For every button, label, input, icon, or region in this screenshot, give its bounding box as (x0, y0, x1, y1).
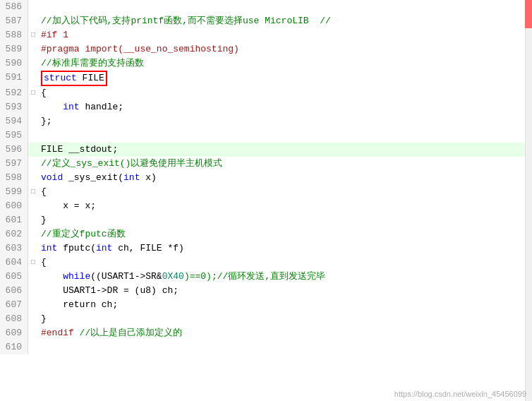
code-line: 592□{ (0, 86, 532, 100)
code-text: int fputc(int ch, FILE *f) (38, 241, 532, 256)
code-token: //重定义fputc函数 (41, 229, 126, 239)
code-text: x = x; (38, 199, 532, 213)
code-text: }; (38, 114, 532, 128)
fold-button (28, 71, 38, 86)
code-token: _sys_exit( (63, 172, 123, 183)
code-line: 588□#if 1 (0, 28, 532, 42)
code-token: int (96, 243, 112, 253)
fold-button (28, 284, 38, 298)
code-text: } (38, 213, 532, 227)
line-number: 591 (0, 71, 28, 86)
line-number: 602 (0, 227, 28, 241)
code-text: //重定义fputc函数 (38, 227, 532, 241)
line-number: 600 (0, 199, 28, 213)
code-token: } (41, 313, 47, 324)
line-number: 599 (0, 185, 28, 199)
code-line: 599□{ (0, 185, 532, 199)
code-token: } (41, 215, 47, 225)
code-line: 590//标准库需要的支持函数 (0, 56, 532, 71)
fold-button (28, 340, 38, 354)
code-line: 602//重定义fputc函数 (0, 227, 532, 241)
fold-button (28, 157, 38, 171)
code-line: 605 while((USART1->SR&0X40)==0);//循环发送,直… (0, 270, 532, 284)
code-token: #endif (41, 328, 74, 338)
code-text: void _sys_exit(int x) (38, 171, 532, 185)
code-token: { (41, 88, 47, 98)
watermark: https://blog.csdn.net/weixin_45456099 (394, 390, 526, 398)
code-token: fputc( (57, 243, 96, 253)
code-token: #pragma import(__use_no_semihosting) (41, 44, 239, 54)
code-token: { (41, 186, 47, 197)
code-text: { (38, 86, 532, 100)
code-line: 586 (0, 0, 532, 14)
fold-button (28, 42, 38, 56)
code-token: { (41, 257, 47, 268)
fold-button (28, 56, 38, 71)
line-number: 610 (0, 340, 28, 354)
fold-button (28, 270, 38, 284)
code-line: 598void _sys_exit(int x) (0, 171, 532, 185)
fold-button (28, 100, 38, 114)
code-token (41, 271, 63, 282)
code-token: //加入以下代码,支持printf函数,而不需要选择use MicroLIB /… (41, 16, 331, 26)
code-line: 595 (0, 128, 532, 143)
struct-box: struct FILE (41, 71, 107, 86)
code-line: 600 x = x; (0, 199, 532, 213)
code-token: )==0);//循环发送,直到发送完毕 (184, 271, 325, 282)
code-text: FILE __stdout; (38, 143, 532, 157)
line-number: 608 (0, 312, 28, 326)
code-editor: 586587//加入以下代码,支持printf函数,而不需要选择use Micr… (0, 0, 532, 401)
code-token: int (63, 102, 79, 112)
code-line: 608} (0, 312, 532, 326)
fold-button (28, 241, 38, 256)
code-token (41, 102, 63, 112)
fold-button[interactable]: □ (28, 256, 38, 270)
line-number: 592 (0, 86, 28, 100)
code-line: 606 USART1->DR = (u8) ch; (0, 284, 532, 298)
fold-button (28, 143, 38, 157)
line-number: 605 (0, 270, 28, 284)
line-number: 603 (0, 241, 28, 256)
scrollbar-thumb[interactable] (525, 0, 532, 28)
code-token: x) (140, 172, 156, 183)
fold-button (28, 298, 38, 312)
code-token: int (41, 243, 57, 253)
fold-button (28, 326, 38, 340)
line-number: 601 (0, 213, 28, 227)
fold-button (28, 171, 38, 185)
fold-button[interactable]: □ (28, 86, 38, 100)
code-token: //标准库需要的支持函数 (41, 58, 144, 68)
code-token: x = x; (41, 200, 96, 211)
code-line: 607 return ch; (0, 298, 532, 312)
code-token: //定义_sys_exit()以避免使用半主机模式 (41, 158, 222, 169)
code-text: //定义_sys_exit()以避免使用半主机模式 (38, 157, 532, 171)
code-text: { (38, 256, 532, 270)
code-text: { (38, 185, 532, 199)
code-text: //加入以下代码,支持printf函数,而不需要选择use MicroLIB /… (38, 14, 532, 28)
code-token: }; (41, 116, 52, 126)
code-token: while (63, 271, 90, 282)
code-line: 601} (0, 213, 532, 227)
code-line: 591struct FILE (0, 71, 532, 86)
code-text: int handle; (38, 100, 532, 114)
code-token: ch, FILE *f) (112, 243, 183, 253)
code-token: USART1->DR = (u8) ch; (41, 285, 179, 296)
fold-button (28, 114, 38, 128)
line-number: 587 (0, 14, 28, 28)
code-token: int (123, 172, 140, 183)
code-line: 587//加入以下代码,支持printf函数,而不需要选择use MicroLI… (0, 14, 532, 28)
fold-button (28, 227, 38, 241)
code-token: void (41, 172, 63, 183)
code-line: 596FILE __stdout; (0, 143, 532, 157)
fold-button (28, 213, 38, 227)
code-line: 597//定义_sys_exit()以避免使用半主机模式 (0, 157, 532, 171)
code-line: 603int fputc(int ch, FILE *f) (0, 241, 532, 256)
line-number: 596 (0, 143, 28, 157)
code-text: return ch; (38, 298, 532, 312)
fold-button[interactable]: □ (28, 185, 38, 199)
scrollbar[interactable] (525, 0, 532, 401)
line-number: 604 (0, 256, 28, 270)
code-line: 594}; (0, 114, 532, 128)
code-line: 610 (0, 340, 532, 354)
fold-button[interactable]: □ (28, 28, 38, 42)
